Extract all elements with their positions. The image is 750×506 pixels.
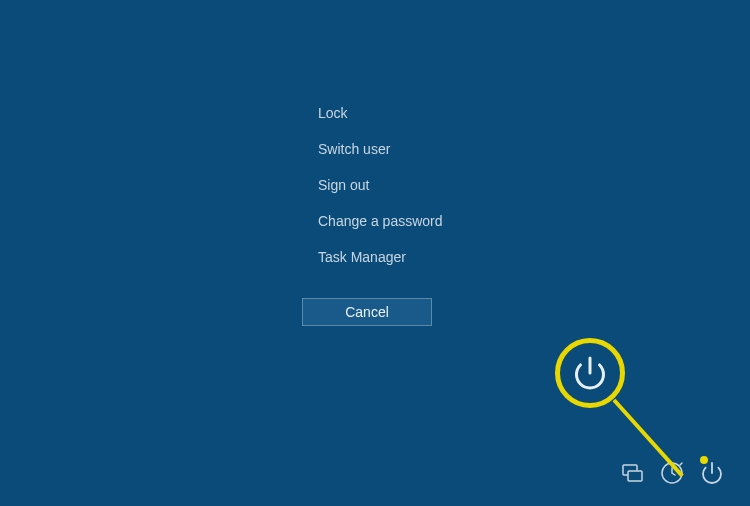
menu-item-task-manager[interactable]: Task Manager	[318, 239, 443, 275]
menu-item-lock[interactable]: Lock	[318, 95, 443, 131]
menu-item-switch-user[interactable]: Switch user	[318, 131, 443, 167]
svg-rect-2	[628, 471, 642, 481]
network-icon[interactable]	[619, 460, 645, 486]
security-options-menu: Lock Switch user Sign out Change a passw…	[318, 95, 443, 275]
annotation-highlight-circle	[555, 338, 625, 408]
menu-item-sign-out[interactable]: Sign out	[318, 167, 443, 203]
cancel-button[interactable]: Cancel	[302, 298, 432, 326]
annotation-connector-dot	[700, 456, 708, 464]
power-icon-enlarged	[572, 355, 608, 391]
menu-item-change-password[interactable]: Change a password	[318, 203, 443, 239]
